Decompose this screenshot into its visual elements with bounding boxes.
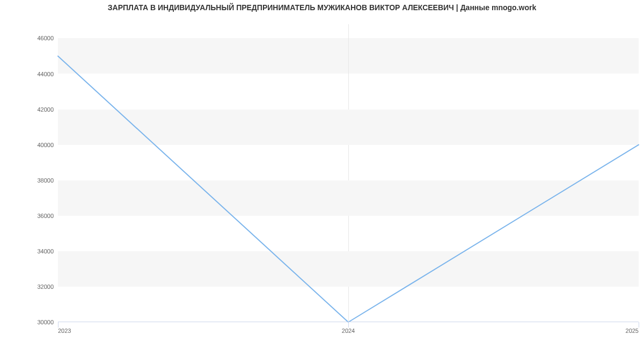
- x-tick-label: 2024: [342, 322, 355, 334]
- y-tick-label: 38000: [37, 177, 58, 184]
- plot-area: 3000032000340003600038000400004200044000…: [58, 24, 639, 322]
- y-tick-label: 32000: [37, 283, 58, 290]
- x-tick-label: 2025: [626, 322, 639, 334]
- y-tick-label: 42000: [37, 106, 58, 113]
- y-tick-label: 30000: [37, 319, 58, 325]
- chart-line: [58, 24, 639, 322]
- chart-title: ЗАРПЛАТА В ИНДИВИДУАЛЬНЫЙ ПРЕДПРИНИМАТЕЛ…: [0, 3, 644, 12]
- x-tick: [639, 322, 639, 328]
- y-tick-label: 34000: [37, 248, 58, 255]
- y-tick-label: 44000: [37, 71, 58, 77]
- y-tick-label: 46000: [37, 35, 58, 41]
- x-tick-label: 2023: [58, 322, 71, 334]
- y-tick-label: 36000: [37, 213, 58, 219]
- chart-container: ЗАРПЛАТА В ИНДИВИДУАЛЬНЫЙ ПРЕДПРИНИМАТЕЛ…: [0, 0, 644, 349]
- y-tick-label: 40000: [37, 142, 58, 148]
